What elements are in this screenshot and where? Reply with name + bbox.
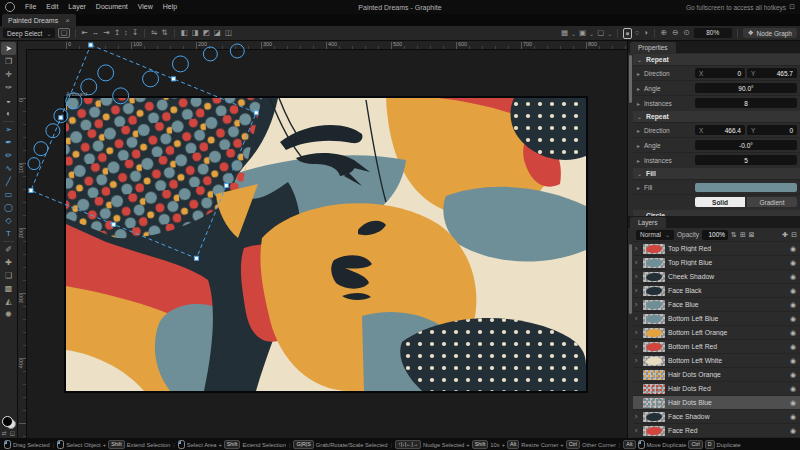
layer-row[interactable]: › Face Black ◉ <box>633 283 800 297</box>
ellipse-tool[interactable]: ◯ <box>1 201 16 214</box>
layer-row[interactable]: › Face Red ◉ <box>633 423 800 437</box>
rectangle-tool[interactable]: ▭ <box>1 188 16 201</box>
properties-scrollbar[interactable] <box>629 55 632 103</box>
expand-icon[interactable]: ▸ <box>637 70 641 77</box>
align-right-icon[interactable]: ⇥ <box>102 28 110 38</box>
layer-row[interactable]: › Cheek Shadow ◉ <box>633 269 800 283</box>
expand-icon[interactable]: ▸ <box>637 157 641 164</box>
chevron-right-icon[interactable]: › <box>635 259 640 266</box>
menu-help[interactable]: Help <box>158 0 182 14</box>
artboard-canvas[interactable] <box>66 98 586 391</box>
flip-horizontal-icon[interactable]: ⇋ <box>150 28 158 38</box>
view-mode-split-icon[interactable]: ◑ <box>642 28 649 38</box>
align-bottom-icon[interactable]: ↧ <box>131 28 139 38</box>
visibility-eye-icon[interactable]: ◉ <box>790 273 796 281</box>
align-top-icon[interactable]: ↥ <box>113 28 121 38</box>
angle-field[interactable]: 90.0° <box>695 83 797 93</box>
chevron-right-icon[interactable]: › <box>635 427 640 434</box>
direction-x-field[interactable]: X 466.4 <box>695 125 745 135</box>
overlay-toggle-icon[interactable]: ▢ <box>58 28 69 38</box>
chevron-right-icon[interactable]: › <box>635 301 640 308</box>
new-layer-icon[interactable]: ✚ <box>782 231 788 239</box>
visibility-eye-icon[interactable]: ◉ <box>790 371 796 379</box>
layer-row[interactable]: › Bottom Left Red ◉ <box>633 339 800 353</box>
line-tool[interactable]: ╱ <box>1 175 16 188</box>
visibility-eye-icon[interactable]: ◉ <box>790 385 796 393</box>
visibility-eye-icon[interactable]: ◉ <box>790 399 796 407</box>
swap-colors-icon[interactable]: ⇄ <box>2 430 7 436</box>
heal-tool[interactable]: ✚ <box>1 256 16 269</box>
expand-icon[interactable]: ▸ <box>637 100 641 107</box>
layer-row[interactable]: Hair Dots Orange ◉ <box>633 367 800 381</box>
delete-layer-icon[interactable]: ⊟ <box>791 231 797 239</box>
boolean-union-icon[interactable]: ◧ <box>180 28 189 38</box>
chevron-down-icon[interactable]: ⌄ <box>571 30 576 37</box>
direction-x-field[interactable]: X 0 <box>695 68 745 78</box>
artboard-label[interactable]: Artboard <box>66 91 87 97</box>
selection-mode-dropdown[interactable]: Deep Select ⌄ <box>3 28 55 38</box>
visibility-eye-icon[interactable]: ◉ <box>790 357 796 365</box>
working-colors[interactable] <box>2 416 16 429</box>
gradient-button[interactable]: Gradient <box>747 197 797 207</box>
snapping-options-icon[interactable]: ▦ <box>560 28 569 38</box>
chevron-right-icon[interactable]: › <box>635 343 640 350</box>
visibility-eye-icon[interactable]: ◉ <box>790 427 796 435</box>
path-tool[interactable]: ➢ <box>1 123 16 136</box>
menu-document[interactable]: Document <box>91 0 133 14</box>
fullscreen-icon[interactable]: ⊡ <box>789 3 795 11</box>
chevron-right-icon[interactable]: › <box>635 287 640 294</box>
chevron-down-icon[interactable]: ⌄ <box>589 30 594 37</box>
layer-row[interactable]: › Face Shadow ◉ <box>633 409 800 423</box>
solid-button[interactable]: Solid <box>695 197 745 207</box>
navigate-tool[interactable]: ✛ <box>1 68 16 81</box>
chevron-right-icon[interactable]: › <box>635 315 640 322</box>
layer-row[interactable]: Hair Dots Red ◉ <box>633 381 800 395</box>
expand-icon[interactable]: ▸ <box>637 85 641 92</box>
tab-close-icon[interactable]: × <box>65 16 70 25</box>
blend-mode-dropdown[interactable]: Normal ⌄ <box>636 230 674 240</box>
node-graph-button[interactable]: ❖ Node Graph <box>743 28 797 38</box>
visibility-eye-icon[interactable]: ◉ <box>790 329 796 337</box>
canvas-viewport[interactable]: 0 100 200 300 400 500 600 700 800 0 100 … <box>18 41 627 438</box>
align-center-v-icon[interactable]: ↕ <box>123 28 129 38</box>
chevron-right-icon[interactable]: › <box>635 245 640 252</box>
menu-file[interactable]: File <box>20 0 41 14</box>
instances-field[interactable]: 5 <box>695 155 797 165</box>
text-tool[interactable]: T <box>1 227 16 240</box>
chevron-down-icon[interactable]: ⌄ <box>607 30 612 37</box>
direction-y-field[interactable]: Y 465.7 <box>747 68 797 78</box>
flip-vertical-icon[interactable]: ⇅ <box>160 28 168 38</box>
boolean-intersect-icon[interactable]: ◪ <box>213 28 222 38</box>
align-left-icon[interactable]: ⇤ <box>81 28 89 38</box>
visibility-eye-icon[interactable]: ◉ <box>790 287 796 295</box>
eyedropper-tool[interactable]: ✑ <box>1 81 16 94</box>
chevron-right-icon[interactable]: › <box>635 273 640 280</box>
visibility-eye-icon[interactable]: ◉ <box>790 315 796 323</box>
boolean-difference-icon[interactable]: ◫ <box>224 28 233 38</box>
layer-row[interactable]: › Face Blue ◉ <box>633 297 800 311</box>
patch-tool[interactable]: ▩ <box>1 282 16 295</box>
primary-color-swatch[interactable] <box>2 416 13 427</box>
clone-tool[interactable]: ❏ <box>1 269 16 282</box>
polygon-tool[interactable]: ◇ <box>1 214 16 227</box>
menu-view[interactable]: View <box>133 0 158 14</box>
section-circle[interactable]: ⌄ Circle <box>633 210 800 216</box>
zoom-out-icon[interactable]: ⊖ <box>671 28 679 38</box>
tab-properties[interactable]: Properties <box>630 42 676 53</box>
visibility-eye-icon[interactable]: ◉ <box>790 413 796 421</box>
zoom-in-icon[interactable]: ⊕ <box>660 28 668 38</box>
overlays-options-icon[interactable]: ▢ <box>596 28 605 38</box>
layer-row[interactable]: › Bottom Left Blue ◉ <box>633 311 800 325</box>
gradient-tool[interactable]: ◐ <box>1 107 16 120</box>
menu-edit[interactable]: Edit <box>41 0 63 14</box>
freehand-tool[interactable]: ✏ <box>1 149 16 162</box>
layer-row[interactable]: › Bottom Left White ◉ <box>633 353 800 367</box>
detail-tool[interactable]: ◭ <box>1 295 16 308</box>
section-repeat-1[interactable]: ⌄ Repeat <box>633 54 800 65</box>
expand-icon[interactable]: ▸ <box>637 142 641 149</box>
visibility-eye-icon[interactable]: ◉ <box>790 343 796 351</box>
new-folder-icon[interactable]: ⊞ <box>740 231 746 239</box>
expand-icon[interactable]: ▸ <box>637 184 641 191</box>
layer-row[interactable]: › Mouth Orange ◉ <box>633 437 800 438</box>
chevron-right-icon[interactable]: › <box>635 357 640 364</box>
